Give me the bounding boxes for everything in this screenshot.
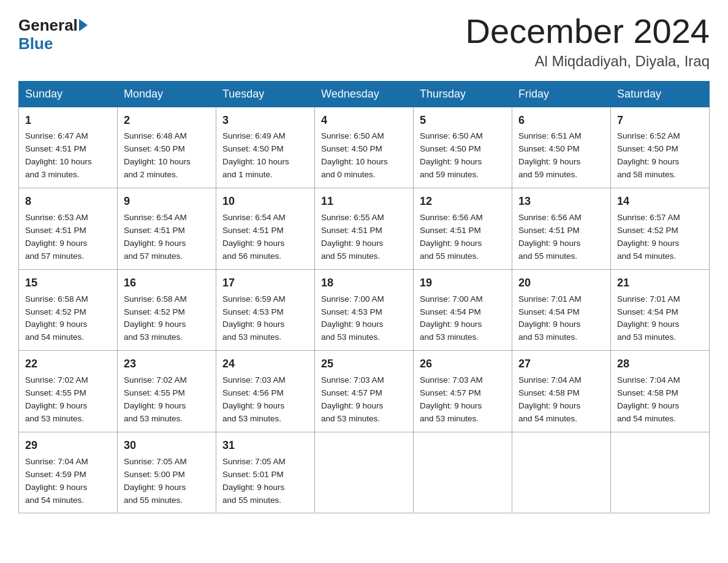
location-title: Al Miqdadiyah, Diyala, Iraq [466,53,710,70]
table-row [315,432,414,513]
day-info: Sunrise: 6:58 AMSunset: 4:52 PMDaylight:… [25,294,88,342]
day-info: Sunrise: 7:00 AMSunset: 4:54 PMDaylight:… [420,294,483,342]
table-row: 10Sunrise: 6:54 AMSunset: 4:51 PMDayligh… [216,188,315,270]
calendar-header-row: Sunday Monday Tuesday Wednesday Thursday… [19,81,710,107]
day-info: Sunrise: 7:03 AMSunset: 4:57 PMDaylight:… [321,375,384,423]
calendar-week-row: 22Sunrise: 7:02 AMSunset: 4:55 PMDayligh… [19,351,710,432]
day-info: Sunrise: 7:03 AMSunset: 4:56 PMDaylight:… [222,375,286,423]
day-info: Sunrise: 6:53 AMSunset: 4:51 PMDaylight:… [25,213,88,261]
header: General Blue December 2024 Al Miqdadiyah… [18,12,710,70]
day-info: Sunrise: 7:01 AMSunset: 4:54 PMDaylight:… [617,294,680,342]
day-info: Sunrise: 6:55 AMSunset: 4:51 PMDaylight:… [321,213,384,261]
logo-arrow-icon [79,19,88,31]
table-row: 19Sunrise: 7:00 AMSunset: 4:54 PMDayligh… [414,269,512,351]
table-row: 3Sunrise: 6:49 AMSunset: 4:50 PMDaylight… [216,107,315,188]
col-friday: Friday [512,81,611,107]
table-row: 23Sunrise: 7:02 AMSunset: 4:55 PMDayligh… [118,351,216,432]
day-info: Sunrise: 7:00 AMSunset: 4:53 PMDaylight:… [321,294,384,342]
day-number: 17 [222,275,308,292]
day-number: 25 [321,356,407,373]
title-area: December 2024 Al Miqdadiyah, Diyala, Ira… [466,12,710,70]
day-info: Sunrise: 7:03 AMSunset: 4:57 PMDaylight:… [420,375,483,423]
table-row: 30Sunrise: 7:05 AMSunset: 5:00 PMDayligh… [118,432,216,513]
calendar-week-row: 29Sunrise: 7:04 AMSunset: 4:59 PMDayligh… [19,432,710,513]
table-row: 17Sunrise: 6:59 AMSunset: 4:53 PMDayligh… [216,269,315,351]
logo-blue-text: Blue [18,34,53,53]
day-number: 15 [25,275,111,292]
table-row: 7Sunrise: 6:52 AMSunset: 4:50 PMDaylight… [611,107,710,188]
day-number: 30 [124,437,210,454]
logo-general-text: General [18,17,78,33]
day-info: Sunrise: 6:50 AMSunset: 4:50 PMDaylight:… [420,131,483,179]
day-number: 19 [420,275,506,292]
day-number: 5 [420,112,506,129]
day-info: Sunrise: 6:56 AMSunset: 4:51 PMDaylight:… [518,213,582,261]
table-row: 1Sunrise: 6:47 AMSunset: 4:51 PMDaylight… [19,107,118,188]
day-number: 8 [25,193,111,210]
table-row: 15Sunrise: 6:58 AMSunset: 4:52 PMDayligh… [19,269,118,351]
day-number: 4 [321,112,407,129]
day-info: Sunrise: 6:52 AMSunset: 4:50 PMDaylight:… [617,131,680,179]
table-row: 31Sunrise: 7:05 AMSunset: 5:01 PMDayligh… [216,432,315,513]
table-row: 18Sunrise: 7:00 AMSunset: 4:53 PMDayligh… [315,269,414,351]
calendar-week-row: 8Sunrise: 6:53 AMSunset: 4:51 PMDaylight… [19,188,710,270]
day-number: 28 [617,356,703,373]
logo: General Blue [18,17,88,53]
day-number: 10 [222,193,308,210]
day-number: 6 [518,112,604,129]
table-row: 28Sunrise: 7:04 AMSunset: 4:58 PMDayligh… [611,351,710,432]
day-info: Sunrise: 7:04 AMSunset: 4:59 PMDaylight:… [25,457,88,505]
day-number: 9 [124,193,210,210]
day-number: 24 [222,356,308,373]
table-row: 8Sunrise: 6:53 AMSunset: 4:51 PMDaylight… [19,188,118,270]
table-row: 4Sunrise: 6:50 AMSunset: 4:50 PMDaylight… [315,107,414,188]
day-number: 12 [420,193,506,210]
day-number: 26 [420,356,506,373]
day-info: Sunrise: 7:05 AMSunset: 5:01 PMDaylight:… [222,457,286,505]
calendar-week-row: 15Sunrise: 6:58 AMSunset: 4:52 PMDayligh… [19,269,710,351]
day-number: 23 [124,356,210,373]
table-row [611,432,710,513]
day-info: Sunrise: 6:48 AMSunset: 4:50 PMDaylight:… [124,131,191,179]
day-info: Sunrise: 6:50 AMSunset: 4:50 PMDaylight:… [321,131,388,179]
day-number: 22 [25,356,111,373]
table-row: 25Sunrise: 7:03 AMSunset: 4:57 PMDayligh… [315,351,414,432]
day-info: Sunrise: 7:04 AMSunset: 4:58 PMDaylight:… [518,375,582,423]
table-row: 27Sunrise: 7:04 AMSunset: 4:58 PMDayligh… [512,351,611,432]
table-row: 13Sunrise: 6:56 AMSunset: 4:51 PMDayligh… [512,188,611,270]
day-info: Sunrise: 6:54 AMSunset: 4:51 PMDaylight:… [124,213,187,261]
day-info: Sunrise: 6:54 AMSunset: 4:51 PMDaylight:… [222,213,286,261]
day-number: 29 [25,437,111,454]
table-row: 14Sunrise: 6:57 AMSunset: 4:52 PMDayligh… [611,188,710,270]
day-info: Sunrise: 7:05 AMSunset: 5:00 PMDaylight:… [124,457,187,505]
day-number: 21 [617,275,703,292]
table-row: 22Sunrise: 7:02 AMSunset: 4:55 PMDayligh… [19,351,118,432]
calendar-week-row: 1Sunrise: 6:47 AMSunset: 4:51 PMDaylight… [19,107,710,188]
table-row: 12Sunrise: 6:56 AMSunset: 4:51 PMDayligh… [414,188,512,270]
table-row: 26Sunrise: 7:03 AMSunset: 4:57 PMDayligh… [414,351,512,432]
day-info: Sunrise: 6:47 AMSunset: 4:51 PMDaylight:… [25,131,92,179]
col-sunday: Sunday [19,81,118,107]
col-tuesday: Tuesday [216,81,315,107]
day-number: 11 [321,193,407,210]
day-info: Sunrise: 6:51 AMSunset: 4:50 PMDaylight:… [518,131,582,179]
day-number: 27 [518,356,604,373]
table-row: 29Sunrise: 7:04 AMSunset: 4:59 PMDayligh… [19,432,118,513]
table-row: 24Sunrise: 7:03 AMSunset: 4:56 PMDayligh… [216,351,315,432]
table-row: 2Sunrise: 6:48 AMSunset: 4:50 PMDaylight… [118,107,216,188]
day-info: Sunrise: 7:02 AMSunset: 4:55 PMDaylight:… [25,375,88,423]
table-row: 20Sunrise: 7:01 AMSunset: 4:54 PMDayligh… [512,269,611,351]
day-info: Sunrise: 6:57 AMSunset: 4:52 PMDaylight:… [617,213,680,261]
day-info: Sunrise: 6:58 AMSunset: 4:52 PMDaylight:… [124,294,187,342]
col-wednesday: Wednesday [315,81,414,107]
day-number: 3 [222,112,308,129]
day-number: 1 [25,112,111,129]
day-info: Sunrise: 6:56 AMSunset: 4:51 PMDaylight:… [420,213,483,261]
day-number: 16 [124,275,210,292]
day-number: 14 [617,193,703,210]
day-number: 31 [222,437,308,454]
table-row: 6Sunrise: 6:51 AMSunset: 4:50 PMDaylight… [512,107,611,188]
day-number: 20 [518,275,604,292]
day-number: 2 [124,112,210,129]
day-info: Sunrise: 7:01 AMSunset: 4:54 PMDaylight:… [518,294,582,342]
